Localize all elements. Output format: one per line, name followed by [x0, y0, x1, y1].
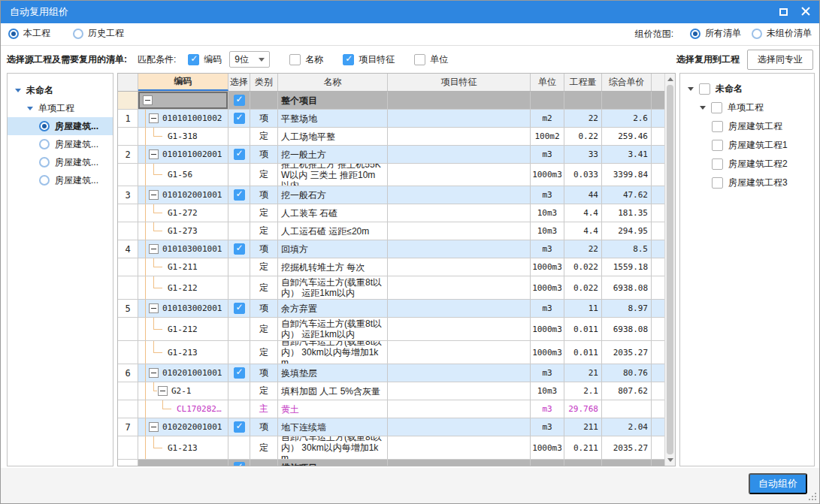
table-row[interactable]: 措施项目: [118, 460, 664, 466]
table-row[interactable]: G1-56定推土机推土方 推土机55KW以内 三类土 推距10m以内1000m3…: [118, 164, 664, 186]
chevron-expanded-icon[interactable]: [15, 89, 21, 92]
table-row[interactable]: G1-272定人工装车 石碴10m34.4181.35: [118, 204, 664, 222]
source-option[interactable]: 本工程: [8, 27, 50, 40]
table-row[interactable]: 6010201001001项换填垫层m32180.76: [118, 364, 664, 382]
table-row[interactable]: 7010202001001项地下连续墙m32112.04: [118, 418, 664, 436]
unit-cell: 10m3: [531, 222, 564, 240]
checkbox-icon[interactable]: [289, 54, 301, 65]
target-tree-item[interactable]: 房屋建筑工程1: [680, 136, 814, 155]
row-number-cell: [118, 460, 138, 466]
target-tree-item[interactable]: 单项工程: [680, 98, 814, 117]
table-row[interactable]: 1010101001002项平整场地m2222.6: [118, 110, 664, 128]
scope-radio-group: 所有清单未组价清单: [679, 27, 812, 41]
checkbox-icon[interactable]: [234, 189, 245, 201]
checkbox-icon[interactable]: [414, 54, 425, 65]
feature-cell: [388, 186, 531, 204]
resize-grip[interactable]: [809, 493, 816, 500]
scope-option[interactable]: 未组价清单: [752, 27, 812, 40]
table-row[interactable]: G2-1定填料加固 人工 5%含灰量10m32.1807.62: [118, 382, 664, 400]
table-row[interactable]: G1-213定自卸汽车运土方(载重8t以内） 30km以内每增加1km1000m…: [118, 341, 664, 364]
source-tree-item[interactable]: 未命名: [8, 81, 113, 99]
table-row[interactable]: 3010102001001项挖一般石方m34447.62: [118, 186, 664, 204]
collapse-icon[interactable]: [149, 303, 159, 313]
checkbox-icon[interactable]: [234, 421, 245, 433]
source-option[interactable]: 历史工程: [73, 27, 124, 40]
source-tree-item[interactable]: 房屋建筑...: [8, 171, 113, 189]
column-header-select[interactable]: 选择: [228, 74, 250, 91]
scroll-down-icon[interactable]: [667, 458, 673, 462]
checkbox-icon[interactable]: [234, 149, 245, 160]
code-digits-dropdown[interactable]: 9位: [229, 51, 270, 68]
checkbox-icon[interactable]: [234, 462, 245, 466]
scrollbar-thumb[interactable]: [667, 85, 673, 454]
title-bar[interactable]: 自动复用组价: [1, 1, 819, 23]
close-button[interactable]: [801, 7, 810, 18]
source-tree-item[interactable]: 房屋建筑...: [8, 135, 113, 153]
maximize-button[interactable]: [779, 7, 788, 18]
table-header-row: 编码选择类别名称项目特征单位工程量综合单价: [118, 74, 664, 92]
checkbox-icon[interactable]: [712, 121, 723, 132]
tree-line: [145, 341, 146, 364]
collapse-icon[interactable]: [149, 113, 159, 123]
auto-pricing-button[interactable]: 自动组价: [749, 473, 807, 494]
collapse-icon[interactable]: [149, 190, 159, 200]
checkbox-icon[interactable]: [711, 102, 722, 113]
collapse-icon[interactable]: [143, 95, 153, 105]
column-header-unit-price[interactable]: 综合单价: [602, 74, 652, 91]
chevron-expanded-icon[interactable]: [688, 87, 694, 91]
checkbox-icon[interactable]: [699, 83, 710, 95]
table-row[interactable]: 整个项目: [118, 92, 664, 110]
chevron-expanded-icon[interactable]: [700, 106, 706, 110]
code-cell: CL170282…: [138, 400, 228, 418]
table-row[interactable]: CL170282…主黄土m329.768: [118, 400, 664, 418]
table-row[interactable]: G1-211定挖掘机转堆土方 每次1000m30.0221559.18: [118, 258, 664, 276]
checkbox-icon[interactable]: [234, 303, 245, 314]
table-row[interactable]: 2010101002001项挖一般土方m3333.41: [118, 146, 664, 164]
target-tree-item[interactable]: 房屋建筑工程: [680, 117, 814, 136]
checkbox-icon[interactable]: [234, 243, 245, 255]
table-row[interactable]: 5010103002001项余方弃置m3118.97: [118, 300, 664, 318]
target-tree-item[interactable]: 房屋建筑工程3: [680, 174, 814, 192]
scroll-up-icon[interactable]: [667, 77, 673, 81]
column-header-category[interactable]: 类别: [250, 74, 278, 91]
column-header-feature[interactable]: 项目特征: [388, 74, 531, 91]
source-tree-item[interactable]: 房屋建筑...: [8, 153, 113, 171]
checkbox-icon[interactable]: [234, 367, 245, 379]
checkbox-icon[interactable]: [712, 140, 723, 151]
select-cell: [228, 400, 250, 418]
checkbox-icon[interactable]: [343, 54, 354, 65]
table-row[interactable]: 4010103001001项回填方m3228.5: [118, 240, 664, 258]
column-header-unit[interactable]: 单位: [531, 74, 564, 91]
collapse-icon[interactable]: [149, 368, 159, 378]
checkbox-icon[interactable]: [188, 54, 199, 65]
tree-line: [153, 164, 162, 175]
column-header-code[interactable]: 编码: [138, 74, 228, 91]
select-same-specialty-button[interactable]: 选择同专业: [747, 50, 813, 70]
feature-cell: [388, 460, 531, 466]
target-tree-item[interactable]: 未命名: [680, 80, 814, 98]
collapse-icon[interactable]: [149, 244, 159, 254]
vertical-scrollbar[interactable]: [664, 74, 675, 466]
column-header-name[interactable]: 名称: [278, 74, 388, 91]
tree-line: [145, 300, 146, 317]
chevron-expanded-icon[interactable]: [27, 107, 33, 110]
collapse-icon[interactable]: [149, 149, 159, 159]
table-row[interactable]: G1-212定自卸汽车运土方(载重8t以内） 运距1km以内1000m30.01…: [118, 318, 664, 341]
table-row[interactable]: G1-273定人工运石碴 运距≤20m10m34.4294.95: [118, 222, 664, 240]
column-header-quantity[interactable]: 工程量: [564, 74, 602, 91]
checkbox-icon[interactable]: [712, 158, 723, 170]
target-tree-item[interactable]: 房屋建筑工程2: [680, 155, 814, 174]
checkbox-icon[interactable]: [234, 113, 245, 124]
scope-option[interactable]: 所有清单: [690, 27, 741, 40]
collapse-icon[interactable]: [158, 386, 168, 396]
checkbox-icon[interactable]: [712, 177, 723, 189]
table-row[interactable]: G1-213定自卸汽车运土方(载重8t以内） 30km以内每增加1km1000m…: [118, 436, 664, 460]
source-tree-item[interactable]: 单项工程: [8, 99, 113, 117]
table-row[interactable]: G1-318定人工场地平整100m20.22259.46: [118, 128, 664, 146]
source-tree-item[interactable]: 房屋建筑...: [8, 117, 113, 135]
collapse-icon[interactable]: [149, 422, 159, 432]
column-header-rownum[interactable]: [118, 74, 138, 91]
checkbox-icon[interactable]: [234, 95, 245, 106]
table-row[interactable]: G1-212定自卸汽车运土方(载重8t以内） 运距1km以内1000m30.02…: [118, 276, 664, 300]
table-rows: 整个项目1010101001002项平整场地m2222.6G1-318定人工场地…: [118, 92, 664, 466]
